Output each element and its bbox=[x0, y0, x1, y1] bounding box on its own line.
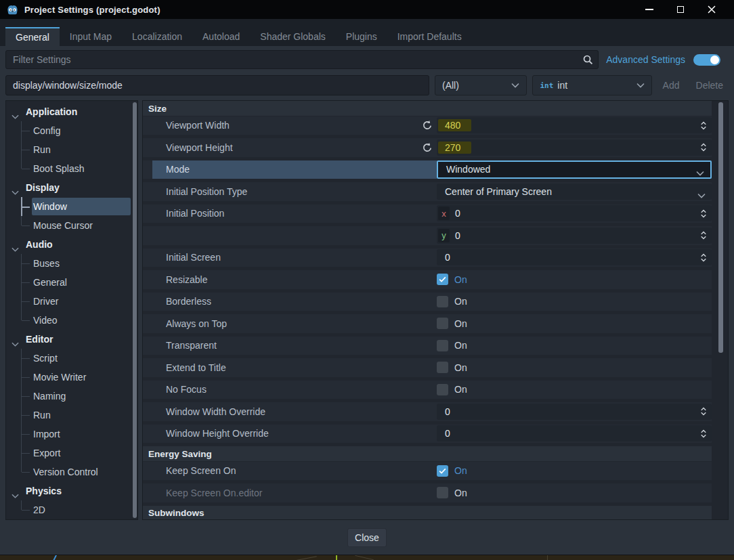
sidebar-item-driver[interactable]: Driver bbox=[6, 292, 137, 311]
setting-value-cell: Center of Primary Screen bbox=[437, 182, 712, 201]
maximize-button[interactable] bbox=[665, 1, 696, 18]
sidebar-item-window[interactable]: Window bbox=[6, 197, 137, 216]
viewport-line bbox=[547, 555, 548, 560]
spinbox[interactable]: 0 bbox=[437, 249, 712, 265]
sidebar-item-script[interactable]: Script bbox=[6, 349, 137, 368]
revert-icon[interactable] bbox=[422, 120, 433, 131]
sidebar-item-label: General bbox=[33, 277, 67, 288]
sidebar-item-config[interactable]: Config bbox=[6, 121, 137, 140]
revert-icon[interactable] bbox=[422, 142, 433, 153]
setting-label-cell: Resizable bbox=[143, 270, 437, 289]
spinbox[interactable]: 270 bbox=[437, 139, 712, 156]
sidebar-item-import[interactable]: Import bbox=[6, 425, 137, 444]
sidebar-item-buses[interactable]: Buses bbox=[6, 254, 137, 273]
type-dropdown[interactable]: int int bbox=[532, 75, 651, 95]
checkbox[interactable] bbox=[437, 384, 448, 395]
spinbox[interactable]: y0 bbox=[437, 228, 712, 244]
setting-row-axis-y: y0 bbox=[143, 226, 712, 245]
setting-row-borderless: BorderlessOn bbox=[143, 293, 712, 311]
setting-label: Window Height Override bbox=[143, 428, 437, 439]
tab-localization[interactable]: Localization bbox=[122, 27, 192, 46]
add-button[interactable]: Add bbox=[657, 80, 685, 91]
tab-plugins[interactable]: Plugins bbox=[336, 27, 387, 46]
dropdown-windowed[interactable]: Windowed bbox=[437, 160, 712, 179]
toggle-knob bbox=[710, 56, 719, 64]
chevron-down-icon bbox=[12, 186, 19, 190]
spinner-updown-icon[interactable] bbox=[700, 142, 707, 152]
checkbox[interactable] bbox=[437, 340, 448, 351]
sidebar-item-movie-writer[interactable]: Movie Writer bbox=[6, 368, 137, 387]
tab-import-defaults[interactable]: Import Defaults bbox=[387, 27, 472, 46]
setting-label: Extend to Title bbox=[143, 362, 437, 373]
spinner-updown-icon[interactable] bbox=[700, 121, 707, 131]
spinbox[interactable]: 0 bbox=[437, 404, 712, 420]
tab-input-map[interactable]: Input Map bbox=[60, 27, 122, 46]
minimize-button[interactable] bbox=[634, 1, 665, 18]
sidebar-scrollbar[interactable] bbox=[133, 102, 137, 518]
dropdown-center-of-primary-screen[interactable]: Center of Primary Screen bbox=[437, 184, 712, 200]
category-label: Editor bbox=[26, 334, 53, 345]
tab-general[interactable]: General bbox=[5, 27, 60, 46]
advanced-settings-toggle[interactable] bbox=[693, 54, 720, 66]
sidebar-item-naming[interactable]: Naming bbox=[6, 387, 137, 406]
spinner-updown-icon[interactable] bbox=[700, 209, 707, 219]
sidebar-item-label: Naming bbox=[33, 391, 66, 402]
on-label: On bbox=[454, 384, 467, 395]
feature-filter-dropdown[interactable]: (All) bbox=[435, 75, 527, 95]
sidebar-category-display[interactable]: Display bbox=[6, 178, 137, 197]
spinbox[interactable]: x0 bbox=[437, 205, 712, 221]
spinner-updown-icon[interactable] bbox=[700, 253, 707, 263]
tab-shader-globals[interactable]: Shader Globals bbox=[250, 27, 336, 46]
category-label: Audio bbox=[26, 239, 53, 250]
sidebar-category-physics[interactable]: Physics bbox=[6, 481, 137, 500]
section-header-subwindows: Subwindows bbox=[143, 506, 712, 521]
type-value: int bbox=[557, 80, 567, 91]
settings-scrollbar[interactable] bbox=[718, 102, 723, 353]
sidebar-item-mouse-cursor[interactable]: Mouse Cursor bbox=[6, 216, 137, 235]
spinbox[interactable]: 480 bbox=[437, 117, 712, 133]
sidebar-item-2d[interactable]: 2D bbox=[6, 500, 137, 519]
setting-row-mode: ModeWindowed bbox=[143, 160, 712, 179]
spinner-updown-icon[interactable] bbox=[700, 406, 707, 416]
on-label: On bbox=[454, 340, 467, 351]
sidebar-category-editor[interactable]: Editor bbox=[6, 330, 137, 349]
sidebar-item-video[interactable]: Video bbox=[6, 311, 137, 330]
sidebar-item-version-control[interactable]: Version Control bbox=[6, 462, 137, 481]
viewport-line bbox=[297, 556, 317, 560]
sidebar-item-label: Video bbox=[33, 315, 58, 326]
value-text: 0 bbox=[445, 252, 450, 263]
setting-label: Transparent bbox=[143, 340, 437, 351]
setting-row-resizable: ResizableOn bbox=[143, 270, 712, 289]
setting-row-window-height-override: Window Height Override0 bbox=[143, 425, 712, 444]
spinbox[interactable]: 0 bbox=[437, 425, 712, 441]
spinner-updown-icon[interactable] bbox=[700, 429, 707, 439]
tab-autoload[interactable]: Autoload bbox=[192, 27, 250, 46]
sidebar-item-export[interactable]: Export bbox=[6, 444, 137, 462]
checkbox[interactable] bbox=[437, 318, 448, 329]
setting-row-window-width-override: Window Width Override0 bbox=[143, 402, 712, 421]
sidebar-item-boot-splash[interactable]: Boot Splash bbox=[6, 159, 137, 178]
sidebar-item-general[interactable]: General bbox=[6, 273, 137, 292]
settings-category-sidebar: ApplicationConfigRunBoot SplashDisplayWi… bbox=[5, 100, 138, 520]
sidebar-category-application[interactable]: Application bbox=[6, 102, 137, 121]
sidebar-item-run[interactable]: Run bbox=[6, 140, 137, 159]
property-path-input[interactable] bbox=[5, 75, 429, 95]
setting-row-keep-screen-on: Keep Screen OnOn bbox=[143, 462, 712, 481]
sidebar-category-audio[interactable]: Audio bbox=[6, 235, 137, 254]
spinner-updown-icon[interactable] bbox=[700, 230, 707, 240]
checkbox[interactable] bbox=[437, 296, 448, 307]
close-window-button[interactable] bbox=[696, 1, 727, 18]
checkbox[interactable] bbox=[437, 362, 448, 373]
search-input[interactable] bbox=[5, 50, 599, 69]
setting-label-cell: Mode bbox=[152, 160, 437, 179]
close-icon bbox=[708, 5, 716, 14]
setting-label: Window Width Override bbox=[143, 406, 437, 417]
sidebar-item-run[interactable]: Run bbox=[6, 406, 137, 425]
checkbox[interactable] bbox=[437, 465, 448, 477]
checkbox[interactable] bbox=[437, 487, 448, 498]
filter-settings-search[interactable] bbox=[5, 50, 599, 69]
section-header-size: Size bbox=[143, 101, 712, 116]
delete-button[interactable]: Delete bbox=[691, 80, 729, 91]
close-dialog-button[interactable]: Close bbox=[347, 528, 387, 547]
checkbox[interactable] bbox=[437, 274, 448, 285]
